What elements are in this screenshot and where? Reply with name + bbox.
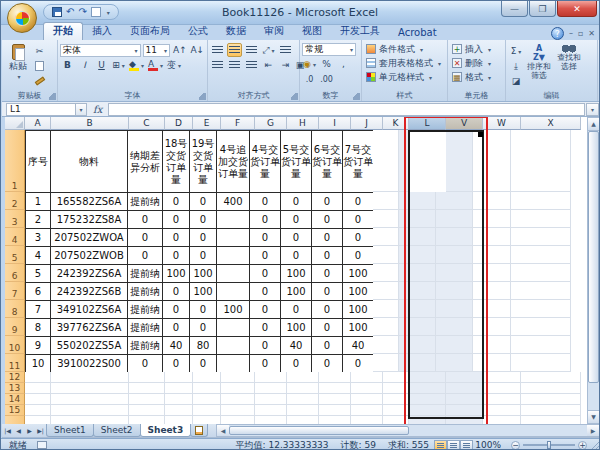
tab-acrobat[interactable]: Acrobat [389,26,446,40]
col-header-H[interactable]: H [287,117,319,130]
cell-I15[interactable] [319,405,351,416]
zoom-in-icon[interactable]: + [578,441,587,450]
cell-G13[interactable] [255,383,287,394]
cell-F12[interactable] [221,372,255,383]
cell-E15[interactable] [193,405,221,416]
help-icon[interactable]: ? [551,27,564,40]
row-header-9[interactable]: 9 [5,318,25,336]
cell-I10[interactable]: 0 [311,336,343,355]
cell-H9[interactable]: 100 [280,318,312,337]
cell-D15[interactable] [165,405,193,416]
cell-A11[interactable]: 10 [25,354,51,373]
cell-X4[interactable] [511,228,571,246]
cell-D14[interactable] [165,394,193,405]
cell-A12[interactable] [25,372,51,383]
cell-B11[interactable]: 3910022S00 [50,354,128,373]
workbook-minimize-button[interactable]: – [569,29,573,38]
cell-A4[interactable]: 3 [25,228,51,247]
cell-D6[interactable]: 100 [162,264,190,283]
cell-J13[interactable] [351,383,383,394]
cell-J8[interactable]: 100 [342,300,374,319]
bold-button[interactable]: B [60,58,75,72]
row-header-11[interactable]: 11 [5,354,25,372]
cell-K6[interactable] [373,264,399,282]
cell-J5[interactable]: 0 [342,246,374,265]
cell-A13[interactable] [25,383,51,394]
tab-formulas[interactable]: 公式 [179,23,217,40]
cell-I1[interactable]: 6号交货订单量 [311,130,343,193]
paste-button[interactable]: 粘贴 ▾ [4,42,32,91]
cell-J3[interactable]: 0 [342,210,374,229]
cell-F6[interactable] [216,264,250,283]
cell-I13[interactable] [319,383,351,394]
decrease-indent-button[interactable]: ⇤ [261,58,276,72]
tab-home[interactable]: 开始 [43,22,83,40]
row-header-12[interactable]: 12 [5,372,25,383]
cell-C3[interactable]: 0 [127,210,163,229]
cell-J15[interactable] [351,405,383,416]
cell-E8[interactable]: 0 [189,300,217,319]
cell-E13[interactable] [193,383,221,394]
row-header-7[interactable]: 7 [5,282,25,300]
cell-X6[interactable] [511,264,571,282]
cell-D10[interactable]: 40 [162,336,190,355]
cell-G6[interactable]: 0 [249,264,281,283]
cell-A7[interactable]: 6 [25,282,51,301]
cell-C2[interactable]: 提前纳 [127,192,163,211]
cell-G11[interactable]: 0 [249,354,281,373]
cell-G12[interactable] [255,372,287,383]
paste-dropdown-icon[interactable]: ▾ [17,73,20,80]
cell-E16[interactable] [193,416,221,424]
row-header-6[interactable]: 6 [5,264,25,282]
cell-K4[interactable] [373,228,399,246]
cell-H3[interactable]: 0 [280,210,312,229]
horizontal-scroll-thumb[interactable] [229,426,409,435]
cell-W14[interactable] [483,394,521,405]
cell-F5[interactable] [216,246,250,265]
cell-J11[interactable]: 0 [342,354,374,373]
align-bottom-button[interactable] [244,43,259,57]
next-sheet-icon[interactable]: ▶ [24,424,35,437]
custom-qat-icon[interactable] [91,7,101,17]
format-cells-button[interactable]: ▦格式▾ [450,70,503,84]
align-center-button[interactable] [227,58,242,72]
row-header-4[interactable]: 4 [5,228,25,246]
col-header-D[interactable]: D [165,117,193,130]
cut-button[interactable]: ✂ [32,44,47,58]
tab-page-layout[interactable]: 页面布局 [121,23,179,40]
cell-D12[interactable] [165,372,193,383]
cell-X14[interactable] [521,394,581,405]
cell-W12[interactable] [483,372,521,383]
cell-X3[interactable] [511,210,571,228]
cell-G7[interactable]: 0 [249,282,281,301]
office-button[interactable] [7,3,37,33]
formula-input[interactable] [108,103,585,116]
sheet-tab-sheet1[interactable]: Sheet1 [46,424,94,437]
clipboard-dialog-launcher[interactable] [49,93,56,100]
cell-K2[interactable] [373,192,399,210]
cell-K11[interactable] [373,354,399,372]
cell-D7[interactable]: 0 [162,282,190,301]
cell-F15[interactable] [221,405,255,416]
cell-A16[interactable] [25,416,51,424]
cell-X5[interactable] [511,246,571,264]
zoom-out-icon[interactable]: − [511,441,520,450]
cell-I9[interactable]: 0 [311,318,343,337]
cell-I12[interactable] [319,372,351,383]
cell-H6[interactable]: 100 [280,264,312,283]
cell-G8[interactable]: 0 [249,300,281,319]
autosum-button[interactable]: Σ▾ [508,44,524,58]
comma-style-button[interactable]: , [336,57,351,71]
cell-X16[interactable] [521,416,581,424]
close-button[interactable]: ✕ [557,1,597,17]
cell-D1[interactable]: 18号交货订单量 [162,130,190,193]
cell-F3[interactable] [216,210,250,229]
cell-K9[interactable] [373,318,399,336]
cell-C4[interactable]: 0 [127,228,163,247]
col-header-C[interactable]: C [129,117,165,130]
cell-F1[interactable]: 4号追加交货订单量 [216,130,250,193]
col-header-A[interactable]: A [25,117,51,130]
cell-H10[interactable]: 40 [280,336,312,355]
cell-C16[interactable] [129,416,165,424]
cell-X13[interactable] [521,383,581,394]
